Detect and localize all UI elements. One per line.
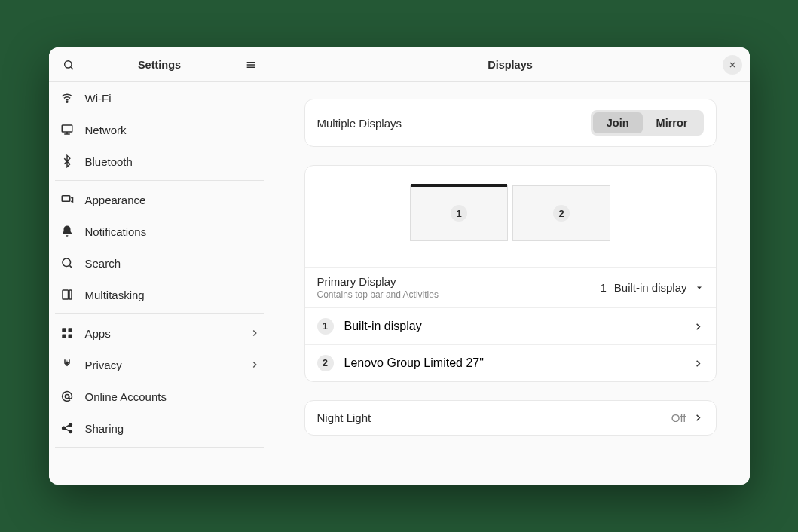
night-light-label: Night Light	[317, 411, 371, 424]
multitasking-icon	[60, 288, 75, 301]
sidebar-item-notifications[interactable]: Notifications	[49, 216, 271, 247]
primary-display-row: Primary Display Contains top bar and Act…	[305, 267, 716, 307]
night-light-value: Off	[671, 411, 686, 424]
separator	[55, 313, 264, 314]
sidebar-item-wifi[interactable]: Wi-Fi	[49, 82, 271, 114]
sidebar-item-label: Network	[85, 124, 127, 136]
search-button[interactable]	[58, 54, 79, 75]
sidebar-list: Wi-Fi Network Bluetooth Appearance Notif…	[49, 82, 271, 485]
svg-point-5	[66, 101, 68, 102]
sidebar-item-search[interactable]: Search	[49, 247, 271, 279]
close-button[interactable]	[723, 55, 742, 75]
primary-display-dropdown[interactable]: 1 Built-in display	[600, 281, 703, 294]
sidebar-item-label: Online Accounts	[85, 390, 167, 403]
svg-rect-17	[68, 335, 72, 338]
close-icon	[728, 60, 737, 69]
sidebar-item-label: Bluetooth	[85, 155, 133, 168]
menu-button[interactable]	[240, 54, 261, 75]
separator	[55, 447, 264, 448]
sidebar-item-label: Appearance	[85, 194, 146, 206]
sidebar-item-label: Multitasking	[85, 289, 145, 301]
svg-point-10	[63, 258, 71, 267]
svg-line-23	[65, 425, 69, 427]
sidebar-item-label: Notifications	[85, 225, 147, 238]
bell-icon	[60, 225, 75, 238]
caret-down-icon	[695, 283, 704, 292]
sidebar-item-label: Wi-Fi	[85, 92, 112, 105]
chevron-right-icon	[693, 358, 704, 369]
sidebar-item-label: Search	[85, 257, 121, 270]
search-icon	[60, 256, 75, 270]
monitor-badge: 1	[451, 205, 467, 222]
content-header: Displays	[271, 47, 750, 82]
svg-line-11	[69, 265, 72, 268]
monitor-2[interactable]: 2	[512, 185, 610, 241]
sidebar-item-apps[interactable]: Apps	[49, 317, 271, 349]
multiple-displays-label: Multiple Displays	[317, 117, 402, 130]
monitor-1[interactable]: 1	[410, 185, 508, 241]
primary-display-label: Primary Display	[317, 275, 439, 288]
display-badge: 1	[317, 318, 334, 335]
separator	[55, 180, 264, 181]
sidebar-item-label: Sharing	[85, 422, 124, 435]
share-icon	[60, 421, 75, 435]
svg-rect-15	[68, 328, 72, 332]
privacy-icon	[60, 358, 75, 371]
sidebar-item-label: Apps	[85, 327, 111, 340]
svg-line-24	[65, 429, 69, 431]
sidebar: Settings Wi-Fi Network Bluetooth Appeara…	[49, 47, 271, 485]
content-panel: Displays Multiple Displays Join Mirror	[271, 47, 750, 485]
display-row-1[interactable]: 1 Built-in display	[305, 307, 716, 344]
multiple-displays-row: Multiple Displays Join Mirror	[305, 99, 716, 146]
sidebar-item-appearance[interactable]: Appearance	[49, 184, 271, 216]
display-arrangement: 1 2	[305, 166, 716, 267]
display-mode-toggle: Join Mirror	[591, 110, 704, 136]
apps-icon	[60, 326, 75, 340]
multiple-displays-card: Multiple Displays Join Mirror	[304, 99, 717, 147]
display-arrangement-card: 1 2 Primary Display Contains top bar and…	[304, 165, 717, 382]
night-light-row[interactable]: Night Light Off	[305, 401, 716, 435]
svg-rect-16	[62, 335, 66, 338]
display-badge: 2	[317, 355, 334, 371]
sidebar-item-sharing[interactable]: Sharing	[49, 412, 271, 444]
chevron-right-icon	[249, 359, 260, 370]
night-light-card: Night Light Off	[304, 400, 717, 436]
svg-rect-6	[62, 125, 72, 132]
display-name: Lenovo Group Limited 27"	[344, 356, 484, 370]
wifi-icon	[60, 91, 75, 105]
svg-rect-12	[63, 290, 69, 299]
sidebar-item-online-accounts[interactable]: Online Accounts	[49, 381, 271, 412]
svg-point-19	[65, 394, 69, 398]
sidebar-item-bluetooth[interactable]: Bluetooth	[49, 145, 271, 177]
display-name: Built-in display	[344, 320, 422, 333]
chevron-right-icon	[693, 412, 704, 423]
bluetooth-icon	[60, 154, 75, 168]
network-icon	[60, 123, 75, 136]
monitor-badge: 2	[553, 205, 570, 222]
sidebar-header: Settings	[49, 47, 271, 82]
chevron-right-icon	[693, 321, 704, 332]
svg-rect-18	[63, 366, 72, 371]
page-title: Displays	[298, 59, 723, 71]
svg-rect-9	[62, 196, 70, 202]
primary-display-sublabel: Contains top bar and Activities	[317, 289, 439, 300]
settings-window: Settings Wi-Fi Network Bluetooth Appeara…	[49, 47, 750, 485]
sidebar-item-privacy[interactable]: Privacy	[49, 349, 271, 381]
search-icon	[63, 59, 75, 71]
display-row-2[interactable]: 2 Lenovo Group Limited 27"	[305, 344, 716, 381]
svg-rect-14	[62, 328, 66, 332]
svg-point-0	[64, 60, 71, 67]
primary-display-value-num: 1	[600, 281, 606, 294]
sidebar-title: Settings	[79, 59, 240, 71]
appearance-icon	[60, 193, 75, 206]
sidebar-item-multitasking[interactable]: Multitasking	[49, 279, 271, 310]
chevron-right-icon	[249, 328, 260, 338]
sidebar-item-network[interactable]: Network	[49, 114, 271, 145]
mirror-button[interactable]: Mirror	[643, 112, 702, 133]
hamburger-icon	[245, 59, 257, 71]
join-button[interactable]: Join	[593, 112, 643, 133]
sidebar-item-label: Privacy	[85, 359, 122, 371]
svg-line-1	[71, 67, 73, 69]
primary-display-value-name: Built-in display	[614, 281, 687, 294]
svg-rect-13	[69, 290, 72, 299]
